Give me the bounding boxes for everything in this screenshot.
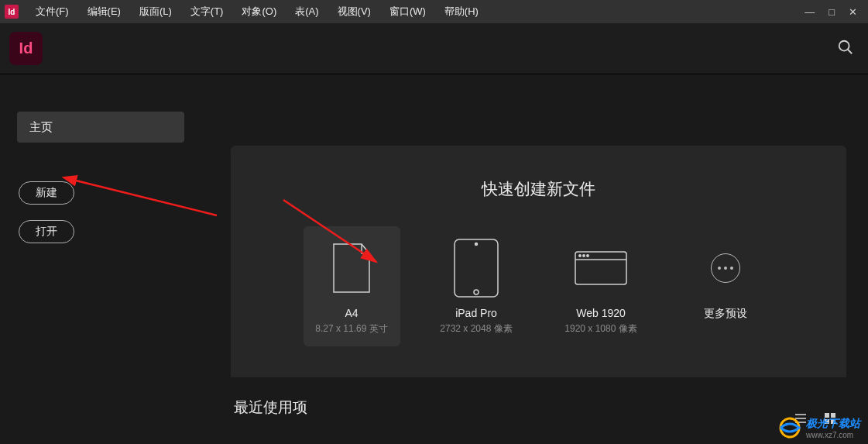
preset-name: iPad Pro [455, 307, 497, 319]
maximize-button[interactable]: □ [829, 6, 835, 18]
menu-table[interactable]: 表(A) [286, 0, 328, 23]
watermark: 极光下载站 www.xz7.com [778, 416, 860, 439]
menu-layout[interactable]: 版面(L) [130, 0, 181, 23]
topbar: Id [0, 23, 868, 74]
svg-point-3 [474, 290, 479, 294]
svg-point-19 [781, 418, 799, 437]
main-area: 快速创建新文件 A4 8.27 x 11.69 英寸 [194, 74, 868, 444]
preset-name: A4 [345, 307, 358, 319]
menu-file[interactable]: 文件(F) [26, 0, 78, 23]
tablet-icon [453, 234, 499, 302]
preset-dim: 8.27 x 11.69 英寸 [315, 322, 387, 336]
menu-text[interactable]: 文字(T) [181, 0, 233, 23]
menu-view[interactable]: 视图(V) [328, 0, 380, 23]
preset-row: A4 8.27 x 11.69 英寸 iPad Pro 2732 x 2048 … [231, 226, 846, 346]
app-badge-icon: Id [5, 5, 19, 19]
home-tab[interactable]: 主页 [17, 112, 184, 143]
sidebar: 主页 新建 打开 [0, 74, 194, 444]
globe-icon [778, 416, 801, 439]
watermark-url: www.xz7.com [806, 431, 860, 439]
content: 主页 新建 打开 快速创建新文件 A4 [0, 74, 868, 444]
more-icon [711, 234, 740, 302]
quick-create-panel: 快速创建新文件 A4 8.27 x 11.69 英寸 [231, 146, 846, 377]
preset-a4[interactable]: A4 8.27 x 11.69 英寸 [304, 226, 400, 346]
svg-point-4 [475, 243, 478, 246]
preset-ipad-pro[interactable]: iPad Pro 2732 x 2048 像素 [428, 226, 525, 346]
svg-point-7 [579, 255, 581, 256]
window-controls: — □ ✕ [805, 0, 868, 23]
preset-name: Web 1920 [576, 307, 626, 319]
open-button[interactable]: 打开 [19, 220, 74, 243]
new-button-label: 新建 [36, 186, 57, 200]
menu-object[interactable]: 对象(O) [232, 0, 286, 23]
search-icon[interactable] [837, 39, 854, 59]
preset-web-1920[interactable]: Web 1920 1920 x 1080 像素 [553, 226, 650, 346]
svg-point-0 [839, 40, 849, 50]
menu-edit[interactable]: 编辑(E) [78, 0, 130, 23]
panel-title: 快速创建新文件 [231, 178, 846, 200]
open-button-label: 打开 [36, 225, 57, 239]
home-tab-label: 主页 [29, 120, 53, 135]
preset-more[interactable]: 更多预设 [678, 226, 774, 346]
menu-window[interactable]: 窗口(W) [380, 0, 435, 23]
svg-rect-2 [455, 239, 498, 297]
svg-line-1 [848, 49, 853, 53]
svg-point-9 [587, 255, 588, 256]
watermark-text: 极光下载站 [806, 417, 860, 431]
preset-dim: 1920 x 1080 像素 [564, 322, 636, 336]
new-button[interactable]: 新建 [19, 181, 74, 205]
app-logo-icon: Id [9, 32, 43, 65]
page-icon [332, 234, 371, 302]
preset-name: 更多预设 [704, 307, 747, 321]
recent-title: 最近使用项 [234, 398, 868, 418]
close-button[interactable]: ✕ [849, 6, 857, 18]
browser-icon [574, 234, 628, 302]
menubar: Id 文件(F) 编辑(E) 版面(L) 文字(T) 对象(O) 表(A) 视图… [0, 0, 868, 23]
minimize-button[interactable]: — [805, 6, 815, 18]
svg-point-8 [583, 255, 585, 256]
menu-help[interactable]: 帮助(H) [435, 0, 488, 23]
preset-dim: 2732 x 2048 像素 [440, 322, 512, 336]
